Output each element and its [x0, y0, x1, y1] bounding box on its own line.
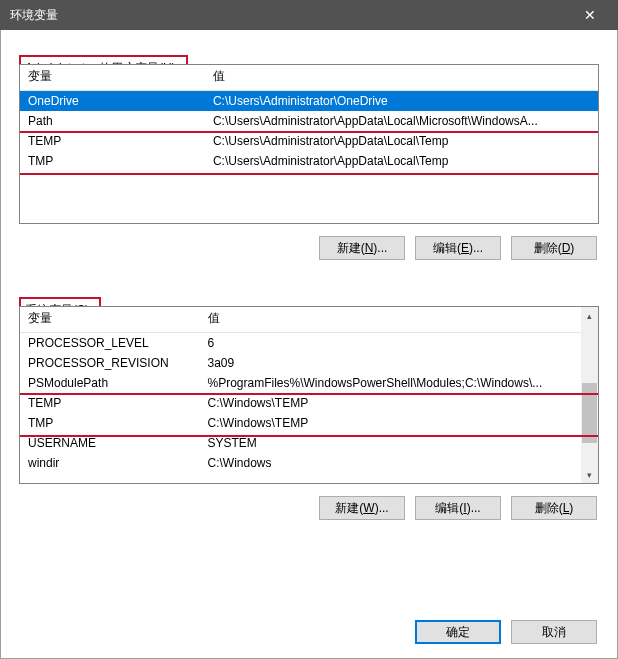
var-value-cell: C:\Users\Administrator\AppData\Local\Tem… — [205, 151, 598, 171]
table-row[interactable]: TMPC:\Windows\TEMP — [20, 413, 581, 433]
table-row[interactable]: TEMPC:\Users\Administrator\AppData\Local… — [20, 131, 598, 151]
table-row[interactable]: TMPC:\Users\Administrator\AppData\Local\… — [20, 151, 598, 171]
system-new-button[interactable]: 新建(W)... — [319, 496, 405, 520]
var-value-cell: 6 — [200, 333, 581, 354]
var-name-cell: USERNAME — [20, 433, 200, 453]
system-variables-section: 系统变量(S) 变量 值 PROCESSOR_LEVEL6PROCESSOR_R… — [19, 284, 599, 524]
table-row[interactable]: windirC:\Windows — [20, 453, 581, 473]
user-variables-table[interactable]: 变量 值 OneDriveC:\Users\Administrator\OneD… — [19, 64, 599, 224]
var-value-cell: C:\Windows — [200, 453, 581, 473]
var-value-cell: 3a09 — [200, 353, 581, 373]
user-col-name-header[interactable]: 变量 — [20, 65, 205, 91]
var-name-cell: TEMP — [20, 393, 200, 413]
scroll-up-icon[interactable]: ▴ — [581, 307, 598, 324]
var-value-cell: C:\Windows\TEMP — [200, 393, 581, 413]
system-scrollbar[interactable]: ▴ ▾ — [581, 307, 598, 483]
dialog-body: Administrator 的用户变量(U) 变量 值 OneDriveC:\U… — [0, 30, 618, 659]
table-row[interactable]: USERNAMESYSTEM — [20, 433, 581, 453]
table-row[interactable]: PathC:\Users\Administrator\AppData\Local… — [20, 111, 598, 131]
table-row[interactable]: PROCESSOR_LEVEL6 — [20, 333, 581, 354]
sys-col-name-header[interactable]: 变量 — [20, 307, 200, 333]
user-new-button[interactable]: 新建(N)... — [319, 236, 405, 260]
dialog-buttons-row: 确定 取消 — [19, 612, 599, 644]
var-name-cell: TMP — [20, 413, 200, 433]
system-delete-button[interactable]: 删除(L) — [511, 496, 597, 520]
user-variables-section: Administrator 的用户变量(U) 变量 值 OneDriveC:\U… — [19, 42, 599, 264]
scroll-thumb[interactable] — [582, 383, 597, 443]
user-delete-button[interactable]: 删除(D) — [511, 236, 597, 260]
var-name-cell: windir — [20, 453, 200, 473]
var-name-cell: TEMP — [20, 131, 205, 151]
sys-col-value-header[interactable]: 值 — [200, 307, 581, 333]
var-name-cell: OneDrive — [20, 91, 205, 112]
cancel-button[interactable]: 取消 — [511, 620, 597, 644]
var-value-cell: C:\Windows\TEMP — [200, 413, 581, 433]
var-name-cell: PROCESSOR_REVISION — [20, 353, 200, 373]
user-col-value-header[interactable]: 值 — [205, 65, 598, 91]
var-name-cell: Path — [20, 111, 205, 131]
close-icon[interactable]: ✕ — [570, 0, 610, 30]
titlebar: 环境变量 ✕ — [0, 0, 618, 30]
var-value-cell: SYSTEM — [200, 433, 581, 453]
ok-button[interactable]: 确定 — [415, 620, 501, 644]
var-value-cell: C:\Users\Administrator\AppData\Local\Mic… — [205, 111, 598, 131]
table-row[interactable]: PROCESSOR_REVISION3a09 — [20, 353, 581, 373]
var-value-cell: C:\Users\Administrator\AppData\Local\Tem… — [205, 131, 598, 151]
user-edit-button[interactable]: 编辑(E)... — [415, 236, 501, 260]
user-buttons-row: 新建(N)... 编辑(E)... 删除(D) — [19, 224, 599, 264]
table-row[interactable]: PSModulePath%ProgramFiles%\WindowsPowerS… — [20, 373, 581, 393]
system-edit-button[interactable]: 编辑(I)... — [415, 496, 501, 520]
titlebar-title: 环境变量 — [10, 7, 570, 24]
var-name-cell: TMP — [20, 151, 205, 171]
system-variables-table[interactable]: 变量 值 PROCESSOR_LEVEL6PROCESSOR_REVISION3… — [19, 306, 599, 484]
var-value-cell: %ProgramFiles%\WindowsPowerShell\Modules… — [200, 373, 581, 393]
var-name-cell: PSModulePath — [20, 373, 200, 393]
table-row[interactable]: TEMPC:\Windows\TEMP — [20, 393, 581, 413]
system-buttons-row: 新建(W)... 编辑(I)... 删除(L) — [19, 484, 599, 524]
var-name-cell: PROCESSOR_LEVEL — [20, 333, 200, 354]
table-row[interactable]: OneDriveC:\Users\Administrator\OneDrive — [20, 91, 598, 112]
var-value-cell: C:\Users\Administrator\OneDrive — [205, 91, 598, 112]
scroll-down-icon[interactable]: ▾ — [581, 466, 598, 483]
